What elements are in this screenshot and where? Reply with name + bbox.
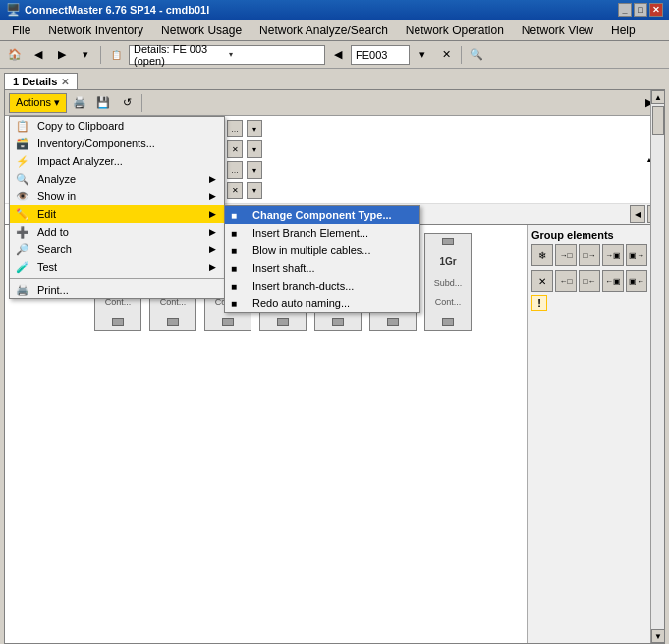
menu-analyze[interactable]: 🔍 Analyze ▶: [10, 170, 224, 188]
cable-bottom-connector-1: [167, 318, 179, 326]
cable-bottom-connector-2: [222, 318, 234, 326]
menu-search[interactable]: 🔎 Search ▶: [10, 241, 224, 258]
menu-inventory-components[interactable]: 🗃️ Inventory/Components...: [10, 134, 224, 152]
cable-sub2-6: Cont...: [435, 297, 462, 307]
rp-btn-from-left[interactable]: □→: [579, 244, 600, 266]
search-arrow: ▶: [209, 244, 216, 254]
window-controls[interactable]: _ □ ✕: [618, 3, 663, 17]
insert-ducts-label: Insert branch-ducts...: [252, 280, 354, 292]
print-icon-button[interactable]: 🖨️: [69, 92, 90, 114]
rp-btn-to-right2[interactable]: →▣: [602, 244, 624, 266]
menu-network-inventory[interactable]: Network Inventory: [40, 21, 151, 40]
rp-btn-freeze[interactable]: ❄: [531, 244, 553, 266]
tab-details-label: 1 Details: [13, 76, 57, 87]
test-icon: 🧪: [16, 261, 29, 274]
actions-button[interactable]: Actions ▾: [9, 93, 67, 113]
test-label: Test: [37, 261, 57, 273]
combo-arrow-icon: ▾: [229, 50, 320, 59]
close-button[interactable]: ✕: [649, 3, 663, 17]
toolbar-home-button[interactable]: 🏠: [4, 44, 26, 66]
rp-btn-from-left2[interactable]: ▣→: [626, 244, 647, 266]
rp-btn-to-left2[interactable]: ▣←: [626, 270, 647, 292]
submenu-blow-multiple-cables[interactable]: ■ Blow in multiple cables...: [225, 242, 419, 259]
menu-print[interactable]: 🖨️ Print...: [10, 281, 224, 298]
toolbar-back-button[interactable]: ◀: [28, 44, 49, 66]
a-component-clear[interactable]: ✕: [227, 140, 243, 158]
save-button[interactable]: 💾: [92, 92, 114, 114]
maximize-button[interactable]: □: [634, 3, 647, 17]
copy-label: Copy to Clipboard: [37, 120, 124, 132]
z-component-clear[interactable]: ✕: [227, 182, 243, 199]
menu-network-operation[interactable]: Network Operation: [398, 21, 512, 40]
submenu-insert-shaft[interactable]: ■ Insert shaft...: [225, 259, 419, 277]
rp-btn-from-right[interactable]: ←□: [555, 270, 577, 292]
toolbar-forward-button[interactable]: ▶: [51, 44, 73, 66]
menu-network-analyze[interactable]: Network Analyze/Search: [251, 21, 396, 40]
app-title-text: ConnectMaster 6.76 SP14 - cmdb01l: [25, 4, 209, 16]
cable-box-6[interactable]: 1Gr Subd... Cont...: [424, 233, 472, 331]
scroll-thumb[interactable]: [652, 106, 664, 135]
edit-label: Edit: [37, 208, 56, 220]
minimize-button[interactable]: _: [618, 3, 632, 17]
details-combo[interactable]: Details: FE 003 (open) ▾: [129, 45, 325, 65]
scroll-up-btn[interactable]: ▲: [651, 90, 665, 104]
toolbar-id-dropdown[interactable]: ▾: [412, 44, 433, 66]
menu-impact-analyzer[interactable]: ⚡ Impact Analyzer...: [10, 152, 224, 170]
cable-sub1-6: Subd...: [434, 278, 463, 288]
toolbar-id-clear[interactable]: ✕: [435, 44, 457, 66]
cable-item-6: 1Gr Subd... Cont...: [422, 233, 474, 331]
edit-arrow: ▶: [209, 209, 216, 219]
rp-btn-remove[interactable]: ✕: [531, 270, 553, 292]
z-location-btn[interactable]: …: [227, 161, 243, 179]
a-component-dropdown[interactable]: ▾: [247, 140, 262, 158]
redo-naming-icon: ■: [231, 298, 237, 309]
tab-details[interactable]: 1 Details ✕: [4, 73, 78, 89]
menu-network-usage[interactable]: Network Usage: [153, 21, 250, 40]
insert-branch-icon: ■: [231, 228, 237, 239]
change-type-icon: ■: [231, 210, 237, 221]
rp-btn-to-right[interactable]: →□: [555, 244, 577, 266]
details-combo-text: Details: FE 003 (open): [134, 43, 225, 67]
menu-network-view[interactable]: Network View: [514, 21, 601, 40]
id-field[interactable]: FE003: [351, 45, 410, 65]
search-icon: 🔎: [16, 243, 29, 256]
inventory-icon: 🗃️: [16, 137, 29, 150]
cable-bottom-connector-5: [387, 318, 399, 326]
z-component-dropdown[interactable]: ▾: [247, 182, 262, 199]
inner-tab-prev[interactable]: ◀: [630, 205, 645, 223]
insert-shaft-label: Insert shaft...: [252, 262, 315, 274]
menu-edit[interactable]: ✏️ Edit ▶ ■ Change Component Type... ■ I…: [10, 205, 224, 223]
analyze-arrow: ▶: [209, 174, 216, 184]
toolbar-dropdown-button[interactable]: ▾: [75, 44, 96, 66]
title-bar: 🖥️ ConnectMaster 6.76 SP14 - cmdb01l _ □…: [0, 0, 669, 20]
cable-bottom-connector-0: [112, 318, 124, 326]
toolbar-separator-2: [461, 46, 462, 64]
menu-help[interactable]: Help: [603, 21, 643, 40]
a-location-dropdown[interactable]: ▾: [247, 120, 262, 137]
actions-separator: [141, 94, 142, 112]
edit-icon: ✏️: [16, 208, 29, 221]
refresh-button[interactable]: ↺: [116, 92, 138, 114]
add-to-label: Add to: [37, 226, 69, 238]
menu-show-in[interactable]: 👁️ Show in ▶: [10, 188, 224, 205]
submenu-change-component-type[interactable]: ■ Change Component Type...: [225, 206, 419, 224]
submenu-insert-branch-element[interactable]: ■ Insert Branch Element...: [225, 224, 419, 242]
tab-close-icon[interactable]: ✕: [61, 77, 69, 87]
menu-add-to[interactable]: ➕ Add to ▶: [10, 223, 224, 241]
redo-naming-label: Redo auto naming...: [252, 297, 350, 309]
rp-btn-to-left[interactable]: □←: [579, 270, 600, 292]
z-location-dropdown[interactable]: ▾: [247, 161, 262, 179]
menu-copy-clipboard[interactable]: 📋 Copy to Clipboard: [10, 117, 224, 134]
toolbar-search-button[interactable]: 🔍: [466, 44, 487, 66]
scroll-down-btn[interactable]: ▼: [651, 629, 665, 643]
menu-test[interactable]: 🧪 Test ▶: [10, 258, 224, 276]
copy-icon: 📋: [16, 120, 29, 133]
a-location-btn[interactable]: …: [227, 120, 243, 137]
edit-submenu: ■ Change Component Type... ■ Insert Bran…: [224, 205, 420, 313]
toolbar-combo-prev[interactable]: ◀: [327, 44, 349, 66]
rp-btn-from-right2[interactable]: ←▣: [602, 270, 624, 292]
cable-bottom-connector-6: [442, 318, 454, 326]
menu-file[interactable]: File: [4, 21, 38, 40]
submenu-insert-branch-ducts[interactable]: ■ Insert branch-ducts...: [225, 277, 419, 295]
submenu-redo-auto-naming[interactable]: ■ Redo auto naming...: [225, 295, 419, 312]
